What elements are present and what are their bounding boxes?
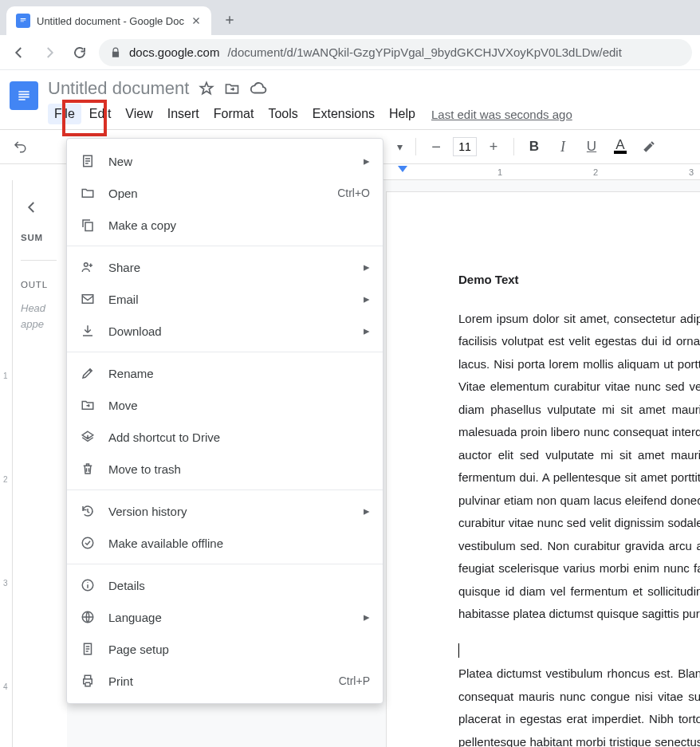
highlight-color-button[interactable]	[637, 135, 661, 159]
svg-point-2	[85, 263, 88, 267]
print-icon	[80, 674, 96, 688]
document-title[interactable]: Untitled document	[48, 78, 189, 99]
toolbar-separator	[513, 138, 514, 155]
download-icon	[80, 324, 96, 338]
url-host: docs.google.com	[129, 45, 219, 59]
menu-item-label: Make available offline	[108, 537, 370, 550]
underline-button[interactable]: U	[580, 135, 604, 159]
new-tab-button[interactable]	[218, 8, 242, 32]
folder-icon	[80, 186, 96, 200]
trash-icon	[80, 462, 96, 476]
menu-item-label: Add shortcut to Drive	[108, 431, 370, 444]
menu-item-move[interactable]: Move	[67, 389, 383, 421]
menu-item-print[interactable]: PrintCtrl+P	[67, 665, 383, 697]
svg-point-4	[82, 537, 93, 548]
text-color-button[interactable]: A	[608, 135, 632, 159]
reload-button[interactable]	[69, 41, 91, 64]
back-button[interactable]	[8, 41, 30, 64]
document-paragraph[interactable]: Lorem ipsum dolor sit amet, consectetur …	[458, 308, 700, 626]
document-heading[interactable]: Demo Text	[458, 269, 700, 292]
menu-item-rename[interactable]: Rename	[67, 357, 383, 389]
docs-favicon	[16, 14, 30, 28]
menu-item-page-setup[interactable]: Page setup	[67, 633, 383, 665]
italic-button[interactable]: I	[551, 135, 575, 159]
submenu-arrow-icon: ▸	[364, 260, 370, 274]
ruler-tick: 3	[689, 167, 694, 177]
menu-item-label: Details	[108, 579, 370, 592]
lock-icon	[110, 47, 121, 58]
menu-help[interactable]: Help	[383, 104, 422, 124]
decrease-font-size-button[interactable]: −	[424, 135, 448, 159]
menu-item-label: Move to trash	[108, 462, 370, 476]
browser-toolbar: docs.google.com/document/d/1wANQkil-GzgY…	[0, 35, 700, 70]
menu-format[interactable]: Format	[207, 104, 261, 124]
menu-item-make-available-offline[interactable]: Make available offline	[67, 527, 383, 559]
cloud-status-icon[interactable]	[250, 80, 267, 97]
move-to-folder-icon[interactable]	[224, 81, 240, 96]
address-bar[interactable]: docs.google.com/document/d/1wANQkil-GzgY…	[99, 39, 692, 66]
outline-sidebar: 1 2 3 4 SUM OUTL Head appe	[0, 180, 67, 747]
document-paragraph[interactable]: Platea dictumst vestibulum rhoncus est. …	[458, 662, 700, 747]
menu-item-label: Download	[108, 324, 351, 338]
text-cursor	[458, 643, 459, 658]
menu-item-make-a-copy[interactable]: Make a copy	[67, 209, 383, 241]
menu-separator	[67, 246, 383, 246]
toolbar-separator	[415, 138, 416, 155]
outline-placeholder: Head appe	[21, 301, 57, 332]
submenu-arrow-icon: ▸	[364, 292, 370, 306]
menu-item-shortcut: Ctrl+P	[339, 674, 370, 687]
share-icon	[80, 260, 96, 274]
submenu-arrow-icon: ▸	[364, 154, 370, 168]
browser-tab[interactable]: Untitled document - Google Doc	[6, 6, 211, 35]
page[interactable]: Demo Text Lorem ipsum dolor sit amet, co…	[386, 191, 700, 747]
menu-item-language[interactable]: Language▸	[67, 601, 383, 633]
close-icon[interactable]	[191, 15, 202, 26]
indent-marker-icon[interactable]	[398, 166, 407, 172]
forward-button[interactable]	[38, 41, 61, 64]
menu-item-label: Email	[108, 293, 351, 306]
browser-tab-title: Untitled document - Google Doc	[37, 15, 184, 27]
submenu-arrow-icon: ▸	[364, 610, 370, 624]
bold-button[interactable]: B	[522, 135, 546, 159]
docs-logo[interactable]	[8, 77, 40, 120]
outline-summary-heading: SUM	[21, 233, 57, 242]
menu-item-label: Print	[108, 674, 326, 688]
menu-item-add-shortcut-to-drive[interactable]: Add shortcut to Drive	[67, 421, 383, 453]
font-size-control: ▾	[392, 136, 407, 158]
doc-icon	[80, 154, 96, 168]
info-icon	[80, 578, 96, 592]
menu-file[interactable]: File	[48, 104, 81, 124]
star-icon[interactable]	[199, 81, 214, 96]
menu-item-new[interactable]: New▸	[67, 145, 383, 177]
menu-edit[interactable]: Edit	[83, 104, 118, 124]
menu-tools[interactable]: Tools	[262, 104, 304, 124]
page-icon	[80, 642, 96, 656]
menu-insert[interactable]: Insert	[161, 104, 206, 124]
menu-item-email[interactable]: Email▸	[67, 283, 383, 315]
menu-item-label: Move	[108, 399, 370, 412]
shortcut-icon	[80, 430, 96, 444]
undo-button[interactable]	[8, 135, 32, 159]
menu-item-download[interactable]: Download▸	[67, 315, 383, 347]
font-size-input[interactable]	[453, 137, 477, 156]
last-edit-link[interactable]: Last edit was seconds ago	[431, 108, 572, 121]
move-icon	[80, 398, 96, 412]
menu-item-version-history[interactable]: Version history▸	[67, 495, 383, 527]
menu-extensions[interactable]: Extensions	[306, 104, 381, 124]
menu-item-move-to-trash[interactable]: Move to trash	[67, 453, 383, 485]
vertical-ruler[interactable]: 1 2 3 4	[0, 180, 13, 747]
file-menu-dropdown: New▸OpenCtrl+OMake a copyShare▸Email▸Dow…	[66, 138, 383, 704]
menu-item-label: Make a copy	[108, 218, 370, 232]
outline-collapse-button[interactable]	[21, 196, 43, 218]
menu-item-share[interactable]: Share▸	[67, 251, 383, 283]
offline-icon	[80, 536, 96, 550]
menu-item-open[interactable]: OpenCtrl+O	[67, 177, 383, 209]
menu-item-details[interactable]: Details	[67, 569, 383, 601]
increase-font-size-button[interactable]: +	[482, 135, 505, 159]
browser-tabstrip: Untitled document - Google Doc	[0, 0, 700, 35]
menu-view[interactable]: View	[119, 104, 159, 124]
ruler-tick: 2	[593, 167, 598, 177]
menu-separator	[67, 564, 383, 564]
menu-item-label: Version history	[108, 505, 351, 518]
ruler-tick: 1	[497, 167, 502, 177]
